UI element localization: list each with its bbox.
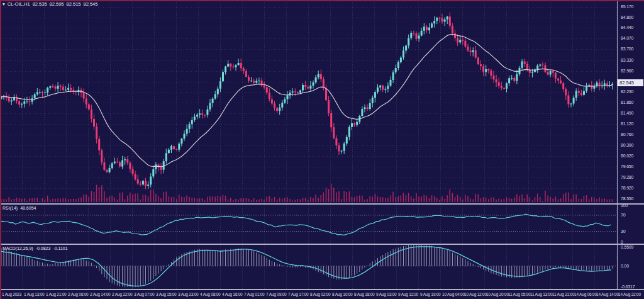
price-axis-label: 79.280 [621,175,633,179]
price-axis-label: 84.070 [621,36,633,40]
rsi-label: RSI(14) [3,206,18,210]
time-axis-label: 9 Aug 03:00 [376,292,397,296]
price-axis-label: 81.120 [621,121,633,126]
time-axis-label: 10 Aug 20:00 [486,292,509,296]
rsi-value: 48.6054 [20,206,36,210]
time-axis-label: 4 Aug 08:00 [200,292,221,296]
time-axis-label: 1 Aug 21:00 [46,292,67,296]
price-axis-label: 79.650 [621,164,633,169]
macd-chart [0,245,617,289]
time-axis-label: 1 Aug 2023 [2,292,21,296]
open-value: 82.535 [33,1,47,7]
symbol-timeframe-label: CL-OIL,H1 [8,1,30,7]
candlestick-chart [0,0,617,203]
window-border-top [0,0,644,1]
price-axis-label: 82.960 [621,69,633,73]
time-axis-label: 7 Aug 17:00 [288,292,309,296]
rsi-legend: RSI(14)48.6054 [3,206,38,210]
time-axis-label: 14 Aug 14:00 [596,292,619,296]
price-axis-label: 84.800 [621,15,633,20]
time-axis-label: 3 Aug 07:00 [134,292,155,296]
time-axis-label: 9 Aug 11:00 [398,292,418,296]
time-axis-label: 11 Aug 21:00 [552,292,574,296]
price-axis-label: 82.230 [621,89,633,94]
time-axis-label: 14 Aug 06:00 [574,292,597,296]
price-axis-label: 81.490 [621,111,633,115]
price-axis-label: 81.860 [621,100,633,104]
time-axis-label: 11 Aug 05:00 [508,292,530,296]
price-axis-label: 78.550 [621,196,633,201]
time-axis-label: 2 Aug 14:00 [90,292,111,296]
chart-dropdown-icon[interactable]: ▾ [3,1,5,7]
time-axis-label: 2 Aug 06:00 [68,292,89,296]
chart-legend: ▾CL-OIL,H182.53582.59582.51582.545 [3,1,100,7]
time-axis-label: 3 Aug 23:00 [178,292,199,296]
time-axis-label: 7 Aug 01:00 [244,292,265,296]
rsi-axis-label: 100 [621,203,628,208]
price-axis-label: 80.390 [621,143,633,147]
high-value: 82.595 [50,1,64,7]
time-axis-label: 9 Aug 19:00 [420,292,441,296]
time-axis-label: 8 Aug 18:00 [354,292,375,296]
price-axis-label: 78.920 [621,186,633,190]
current-price-badge: 82.545 [618,79,643,86]
rsi-axis-label: 70 [621,213,625,217]
macd-indicator-panel[interactable] [0,245,617,289]
time-axis[interactable]: 1 Aug 20231 Aug 13:001 Aug 21:002 Aug 06… [0,290,644,299]
macd-signal-value: -0.1101 [53,246,67,251]
macd-axis-label: -0.6317 [621,285,635,289]
time-axis-label: 3 Aug 15:00 [156,292,177,296]
price-axis-label: 83.330 [621,58,633,62]
time-axis-label: 2 Aug 22:00 [112,292,133,296]
time-axis-label: 11 Aug 13:00 [530,292,552,296]
close-value: 82.545 [83,1,97,7]
rsi-axis-label: 0 [621,240,623,244]
time-axis-label: 7 Aug 09:00 [266,292,287,296]
price-axis[interactable]: 85.17084.80084.44084.07083.70083.33082.9… [617,0,644,290]
macd-axis-label: 0.00 [621,264,629,268]
rsi-axis-label: 30 [621,229,625,234]
price-axis-label: 84.440 [621,25,633,30]
macd-axis-label: 0.5509 [621,245,633,249]
time-axis-label: 10 Aug 12:00 [464,292,487,296]
rsi-line-chart [0,205,617,244]
time-axis-label: 14 Aug 22:00 [618,292,641,296]
macd-main-value: -0.0823 [36,246,51,251]
time-axis-label: 8 Aug 02:00 [310,292,331,296]
price-axis-label: 80.020 [621,154,633,158]
trading-chart-window: ▾CL-OIL,H182.53582.59582.51582.545 RSI(1… [0,0,644,299]
macd-label: MACD(12,26,9) [3,246,33,251]
price-axis-label: 83.700 [621,47,633,51]
time-axis-label: 1 Aug 13:00 [24,292,45,296]
time-axis-label: 4 Aug 16:00 [222,292,243,296]
price-axis-label: 80.760 [621,132,633,137]
window-border-left [0,0,1,299]
trading-platform-background: { "window": { "symbol_title": "CL-OIL,H1… [0,0,644,299]
price-axis-label: 85.170 [621,4,633,9]
time-axis-label: 10 Aug 04:00 [442,292,465,296]
macd-legend: MACD(12,26,9)-0.0823-0.1101 [3,246,70,251]
rsi-indicator-panel[interactable] [0,205,617,244]
price-chart-panel[interactable] [0,0,617,203]
time-axis-label: 8 Aug 10:00 [332,292,353,296]
low-value: 82.515 [67,1,81,7]
